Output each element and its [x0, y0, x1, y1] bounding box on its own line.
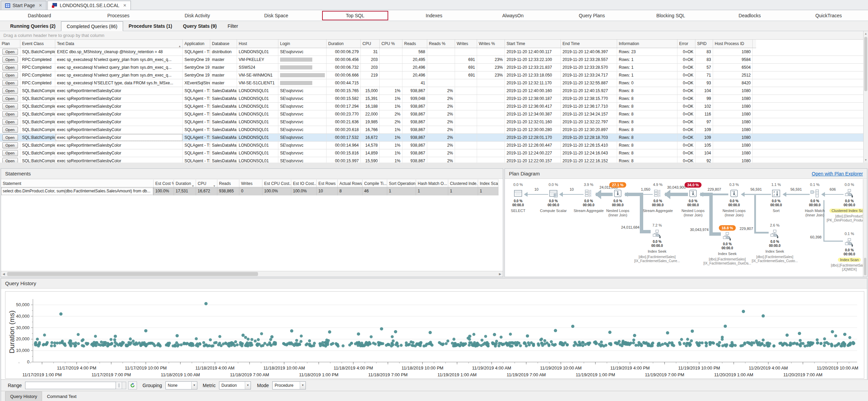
window-tab-start-page[interactable]: Start Page✕: [1, 1, 46, 10]
column-header-information[interactable]: Information: [617, 40, 677, 48]
open-plan-button[interactable]: Open: [2, 142, 18, 148]
column-header-host-process-id[interactable]: Host Process ID: [713, 40, 753, 48]
subtab-procedure-stats-1-[interactable]: Procedure Stats (1): [123, 21, 177, 31]
table-row[interactable]: OpenRPC:Completedexec sp_executesql N'se…: [0, 56, 868, 64]
scroll-left-arrow[interactable]: ◀: [1, 271, 6, 277]
range-resize-grip[interactable]: [116, 382, 122, 389]
statements-column-cpu[interactable]: CPU▼: [196, 180, 217, 187]
statements-column-sort-operations[interactable]: Sort Operations: [387, 180, 416, 187]
nav-item-indexes[interactable]: Indexes: [395, 12, 474, 20]
column-header-end-time[interactable]: End Time: [561, 40, 617, 48]
column-header-event-class[interactable]: Event Class: [20, 40, 55, 48]
open-plan-button[interactable]: Open: [2, 134, 18, 141]
column-header-start-time[interactable]: Start Time: [505, 40, 561, 48]
statements-column-est-cpu-cost-[interactable]: Est CPU Cost...: [262, 180, 291, 187]
table-row[interactable]: OpenSQL:BatchCompletedexec spReportInter…: [0, 126, 868, 134]
statements-column-index-scan-c-[interactable]: Index Scan C...: [478, 180, 498, 187]
column-header-database[interactable]: Database: [210, 40, 237, 48]
statements-column-est-rows[interactable]: Est Rows: [317, 180, 338, 187]
close-icon[interactable]: ✕: [39, 3, 42, 8]
table-row[interactable]: OpenSQL:BatchCompletedexec spReportInter…: [0, 157, 868, 163]
table-row[interactable]: OpenSQL:BatchCompletedexec spReportInter…: [0, 110, 868, 118]
metric-dropdown[interactable]: Duration ▼: [219, 381, 251, 389]
statements-horizontal-scrollbar[interactable]: ◀ ▶: [1, 271, 503, 277]
column-header-cpu[interactable]: CPU: [361, 40, 380, 48]
table-row[interactable]: OpenSQL:BatchCompletedEXEC dbo.sp_MShist…: [0, 48, 868, 56]
subtab-completed-queries-86-[interactable]: Completed Queries (86): [61, 21, 123, 31]
table-row[interactable]: OpenSQL:BatchCompletedexec spReportInter…: [0, 118, 868, 126]
nav-item-processes[interactable]: Processes: [79, 12, 158, 20]
table-row[interactable]: OpenRPC:Completedexec sp_executesql N'se…: [0, 71, 868, 79]
open-plan-button[interactable]: Open: [2, 119, 18, 125]
open-with-plan-explorer-link[interactable]: Open with Plan Explorer: [812, 169, 863, 178]
subtab-running-queries-2-[interactable]: Running Queries (2): [5, 21, 61, 31]
open-plan-button[interactable]: Open: [2, 80, 18, 86]
table-row[interactable]: OpenRPC:Completedexec sp_executesql N'se…: [0, 64, 868, 71]
column-header-writes-[interactable]: Writes %: [477, 40, 505, 48]
chevron-down-icon[interactable]: ▼: [300, 382, 305, 389]
column-header-duration[interactable]: Duration: [327, 40, 361, 48]
group-by-hint[interactable]: Drag a column header here to group by th…: [0, 31, 863, 40]
statements-column-compile-ti-[interactable]: Compile Ti...: [362, 180, 387, 187]
scroll-thumb[interactable]: [7, 272, 258, 276]
plan-vertical-scrollbar[interactable]: [863, 179, 867, 277]
table-row[interactable]: OpenSQL:BatchCompletedexec spReportInter…: [0, 87, 868, 95]
scroll-down-arrow[interactable]: ▼: [864, 157, 868, 163]
plan-node-index-seek[interactable]: 2.6 %0.0 %00:00.0Index Seek[dbo].[FactIn…: [749, 223, 800, 263]
table-row[interactable]: OpenSQL:BatchCompletedexec spReportInter…: [0, 103, 868, 110]
statements-column-est-io-cost-[interactable]: Est IO Cost...: [291, 180, 317, 187]
statements-row[interactable]: select dbo.DimProduct.Color, sum(dbo.Fac…: [1, 187, 498, 195]
column-header-reads[interactable]: Reads: [402, 40, 427, 48]
column-header-plan[interactable]: Plan: [0, 40, 20, 48]
nav-item-quicktraces[interactable]: QuickTraces: [789, 12, 868, 20]
open-plan-button[interactable]: Open: [2, 103, 18, 109]
column-header-spid[interactable]: SPID: [695, 40, 713, 48]
nav-item-top-sql[interactable]: Top SQL: [316, 11, 395, 20]
scroll-up-arrow[interactable]: ▲: [864, 31, 868, 36]
statements-column-hash-match-o-[interactable]: Hash Match O...: [416, 180, 448, 187]
statements-column-statement[interactable]: Statement: [1, 180, 154, 187]
table-row[interactable]: OpenRPC:Completedexec sp_executesql N'SE…: [0, 79, 868, 87]
bottom-tab-query-history[interactable]: Query History: [5, 392, 42, 401]
window-tab-londonsql01-se-local[interactable]: LONDONSQL01.SE.LOCAL✕: [47, 1, 131, 10]
open-plan-button[interactable]: Open: [2, 57, 18, 63]
open-plan-button[interactable]: Open: [2, 96, 18, 102]
nav-item-disk-space[interactable]: Disk Space: [237, 12, 316, 20]
refresh-button[interactable]: [128, 381, 137, 389]
column-header-application[interactable]: Application: [183, 40, 210, 48]
grid-vertical-scrollbar[interactable]: ▲ ▼: [863, 31, 868, 163]
table-row[interactable]: OpenSQL:BatchCompletedexec spReportInter…: [0, 149, 868, 157]
nav-item-blocking-sql[interactable]: Blocking SQL: [631, 12, 710, 20]
plan-node-index-seek[interactable]: 18.8 %0.0 %00:00.0Index Seek[dbo].[FactI…: [702, 225, 753, 266]
column-header-text-data[interactable]: Text Data▲: [55, 40, 183, 48]
open-plan-button[interactable]: Open: [2, 111, 18, 117]
table-row[interactable]: OpenSQL:BatchCompletedexec spReportInter…: [0, 134, 868, 142]
open-plan-button[interactable]: Open: [2, 49, 18, 55]
statements-column-duration[interactable]: Duration▼: [174, 180, 196, 187]
open-plan-button[interactable]: Open: [2, 158, 18, 163]
statements-column-actual-rows[interactable]: Actual Rows: [338, 180, 362, 187]
query-history-chart[interactable]: 010,00020,00030,00040,00050,000Duration …: [5, 291, 864, 379]
plan-node-clustered-index-scan[interactable]: 0.0 %0.0 %00:00.0Clustered Index Scan[db…: [824, 182, 863, 223]
nav-item-query-plans[interactable]: Query Plans: [552, 12, 631, 20]
open-plan-button[interactable]: Open: [2, 127, 18, 133]
scroll-thumb[interactable]: [864, 258, 866, 275]
column-header-host[interactable]: Host: [237, 40, 278, 48]
nav-item-dashboard[interactable]: Dashboard: [0, 12, 79, 20]
bottom-tab-command-text[interactable]: Command Text: [42, 392, 81, 401]
plan-node-index-scan[interactable]: 0.1 %0.0 %00:00.0Index Scan[dbo].[FactIn…: [824, 231, 863, 272]
subtab-filter[interactable]: Filter: [222, 21, 243, 31]
table-row[interactable]: OpenSQL:BatchCompletedexec spReportInter…: [0, 95, 868, 103]
scroll-right-arrow[interactable]: ▶: [497, 271, 503, 277]
column-header-reads-[interactable]: Reads %: [427, 40, 455, 48]
column-header-cpu-[interactable]: CPU %: [380, 40, 402, 48]
open-plan-button[interactable]: Open: [2, 64, 18, 70]
subtab-query-stats-9-[interactable]: Query Stats (9): [178, 21, 222, 31]
mode-dropdown[interactable]: Procedure ▼: [272, 381, 306, 389]
scroll-thumb[interactable]: [864, 37, 867, 91]
plan-node-index-seek[interactable]: 7.2 %0.0 %00:00.0Index Seek[dbo].[FactIn…: [632, 223, 683, 263]
chevron-down-icon[interactable]: ▼: [245, 382, 251, 389]
statements-column-writes[interactable]: Writes: [239, 180, 262, 187]
range-input[interactable]: [25, 382, 116, 389]
open-plan-button[interactable]: Open: [2, 88, 18, 94]
